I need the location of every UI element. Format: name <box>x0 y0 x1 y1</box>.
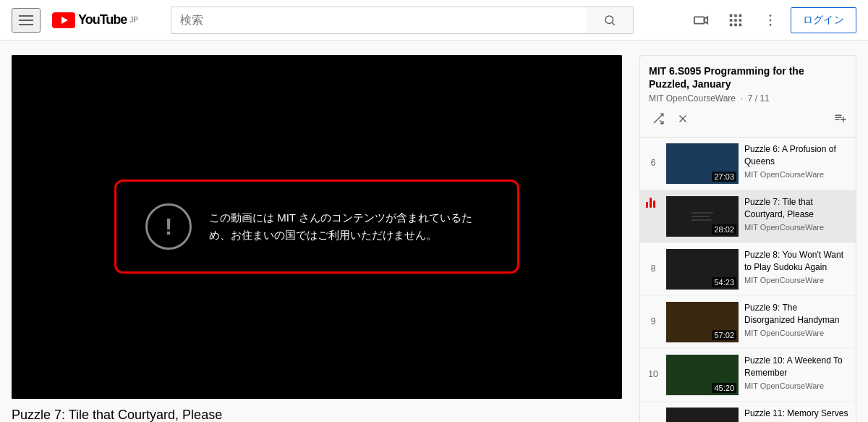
apps-icon-button[interactable] <box>721 6 750 35</box>
thumbnail-image: 27:03 <box>666 143 739 184</box>
error-circle-icon: ! <box>145 203 192 250</box>
svg-point-2 <box>605 16 613 24</box>
more-options-button[interactable] <box>756 6 785 35</box>
main-content: ! この動画には MIT さんのコンテンツが含まれているため、お住まいの国ではご… <box>0 41 868 422</box>
search-button[interactable] <box>587 7 634 34</box>
svg-rect-12 <box>730 23 733 26</box>
thumbnail-image: 57:02 <box>666 302 739 342</box>
item-duration: 54:23 <box>712 277 736 287</box>
item-title: Puzzle 8: You Won't Want to Play Sudoku … <box>744 249 850 274</box>
search-input[interactable] <box>171 7 587 34</box>
playlist-controls <box>649 109 847 128</box>
playlist-items: 627:03Puzzle 6: A Profusion of QueensMIT… <box>639 138 856 422</box>
playlist-item[interactable]: 957:02Puzzle 9: The Disorganized Handyma… <box>640 296 856 349</box>
login-button[interactable]: ログイン <box>791 7 856 33</box>
camera-icon <box>693 12 709 28</box>
playlist-item[interactable]: 627:03Puzzle 6: A Profusion of QueensMIT… <box>640 138 856 190</box>
video-section: ! この動画には MIT さんのコンテンツが含まれているため、お住まいの国ではご… <box>12 55 622 422</box>
item-channel-name: MIT OpenCourseWare <box>744 223 850 232</box>
search-icon <box>603 14 616 27</box>
playlist-item[interactable]: 854:23Puzzle 8: You Won't Want to Play S… <box>640 243 856 296</box>
playlist-header: MIT 6.S095 Programming for the Puzzled, … <box>639 55 856 138</box>
search-bar <box>171 7 634 34</box>
item-info: Puzzle 10: A Weekend To RememberMIT Open… <box>744 355 850 390</box>
playlist-progress: 7 / 11 <box>748 93 770 104</box>
more-icon <box>762 12 778 28</box>
item-thumbnail: 27:03 <box>666 143 739 184</box>
item-channel-name: MIT OpenCourseWare <box>744 276 850 284</box>
sidebar: MIT 6.S095 Programming for the Puzzled, … <box>639 55 856 422</box>
item-title: Puzzle 11: Memory Serves You Well <box>744 408 850 422</box>
item-info: Puzzle 11: Memory Serves You WellMIT Ope… <box>744 408 850 422</box>
thumbnail-image: 54:23 <box>666 249 739 290</box>
close-icon <box>676 112 689 125</box>
svg-marker-5 <box>704 17 707 23</box>
video-player[interactable]: ! この動画には MIT さんのコンテンツが含まれているため、お住まいの国ではご… <box>12 55 622 399</box>
thumbnail-image: 54:05 <box>666 408 739 422</box>
svg-rect-7 <box>734 14 737 17</box>
item-channel-name: MIT OpenCourseWare <box>744 170 850 179</box>
item-thumbnail: 45:20 <box>666 355 739 395</box>
item-number <box>646 196 660 208</box>
logo[interactable]: YouTubeJP <box>52 12 138 28</box>
playlist-channel-name: MIT OpenCourseWare <box>649 93 736 104</box>
item-number: 9 <box>646 302 660 326</box>
svg-rect-4 <box>694 17 705 23</box>
shuffle-icon <box>652 112 665 125</box>
item-thumbnail: 57:02 <box>666 302 739 342</box>
item-thumbnail: 28:02 <box>666 196 739 237</box>
item-thumbnail: 54:05 <box>666 408 739 422</box>
add-to-playlist-button[interactable] <box>834 111 847 127</box>
svg-rect-10 <box>734 19 737 22</box>
item-title: Puzzle 10: A Weekend To Remember <box>744 355 850 379</box>
menu-button[interactable] <box>12 8 41 33</box>
playlist-item[interactable]: 1045:20Puzzle 10: A Weekend To RememberM… <box>640 349 856 402</box>
exclamation-icon: ! <box>165 215 173 238</box>
thumbnail-image: 28:02 <box>666 196 739 237</box>
logo-suffix: JP <box>129 16 138 24</box>
header-right: ログイン <box>686 6 856 35</box>
header-left: YouTubeJP <box>12 8 138 33</box>
error-overlay: ! この動画には MIT さんのコンテンツが含まれているため、お住まいの国ではご… <box>12 55 622 399</box>
svg-rect-8 <box>739 14 741 17</box>
item-info: Puzzle 9: The Disorganized HandymanMIT O… <box>744 302 850 337</box>
item-channel-name: MIT OpenCourseWare <box>744 329 850 337</box>
thumbnail-image: 45:20 <box>666 355 739 395</box>
svg-rect-13 <box>734 23 737 26</box>
header: YouTubeJP <box>0 0 868 41</box>
item-info: Puzzle 6: A Profusion of QueensMIT OpenC… <box>744 143 850 179</box>
close-playlist-button[interactable] <box>673 109 692 128</box>
svg-rect-6 <box>730 14 733 17</box>
svg-point-15 <box>769 14 771 17</box>
svg-line-3 <box>613 22 615 25</box>
item-title: Puzzle 7: Tile that Courtyard, Please <box>744 196 850 221</box>
camera-icon-button[interactable] <box>686 6 715 35</box>
item-info: Puzzle 8: You Won't Want to Play Sudoku … <box>744 249 850 284</box>
apps-icon <box>728 12 744 28</box>
video-title: Puzzle 7: Tile that Courtyard, Please <box>12 408 622 422</box>
item-info: Puzzle 7: Tile that Courtyard, PleaseMIT… <box>744 196 850 232</box>
add-to-queue-icon <box>834 111 847 125</box>
item-duration: 57:02 <box>712 330 736 340</box>
item-duration: 27:03 <box>712 172 736 182</box>
error-box: ! この動画には MIT さんのコンテンツが含まれているため、お住まいの国ではご… <box>114 180 519 274</box>
playlist-channel: MIT OpenCourseWare · 7 / 11 <box>649 93 847 104</box>
playlist-item[interactable]: 28:02Puzzle 7: Tile that Courtyard, Plea… <box>640 190 856 243</box>
item-number: 8 <box>646 249 660 274</box>
item-title: Puzzle 6: A Profusion of Queens <box>744 143 850 168</box>
item-title: Puzzle 9: The Disorganized Handyman <box>744 302 850 326</box>
svg-point-17 <box>769 24 771 26</box>
item-duration: 45:20 <box>712 383 736 393</box>
playlist-title: MIT 6.S095 Programming for the Puzzled, … <box>649 64 847 90</box>
item-channel-name: MIT OpenCourseWare <box>744 381 850 390</box>
svg-rect-11 <box>739 19 741 22</box>
shuffle-button[interactable] <box>649 109 668 128</box>
svg-rect-14 <box>739 23 741 26</box>
item-thumbnail: 54:23 <box>666 249 739 290</box>
youtube-logo-icon <box>52 12 75 28</box>
item-number: 11 <box>646 408 660 422</box>
item-number: 10 <box>646 355 660 379</box>
video-info: Puzzle 7: Tile that Courtyard, Please 視聴… <box>12 399 622 422</box>
playlist-item[interactable]: 1154:05Puzzle 11: Memory Serves You Well… <box>640 402 856 422</box>
logo-text: YouTube <box>78 12 127 28</box>
